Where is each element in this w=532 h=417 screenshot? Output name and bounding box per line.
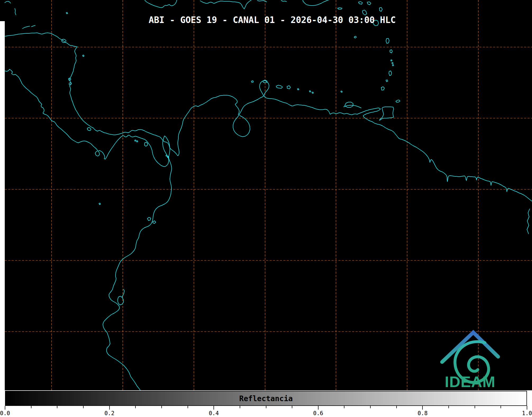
colorbar-minor-tick — [292, 406, 292, 408]
figure-left-margin — [0, 21, 5, 390]
coiba-island — [144, 142, 148, 146]
image-title: ABI - GOES 19 - CANAL 01 - 2026-04-30 03… — [149, 15, 396, 25]
los-roques-islets-west — [276, 85, 283, 88]
barbados-island — [354, 36, 356, 38]
caratasca-lagoon — [62, 39, 66, 43]
colorbar-minor-tick — [475, 406, 475, 408]
colorbar-tick-label: 0.4 — [209, 410, 219, 416]
colorbar-minor-tick — [83, 406, 84, 408]
guayaquil-estuary-hook — [122, 289, 124, 297]
colorbar-minor-tick — [161, 406, 162, 408]
colorbar-minor-tick — [188, 406, 188, 408]
colorbar-title: Reflectancia — [239, 394, 293, 403]
hispaniola-south-coast — [200, 0, 251, 9]
chiriqui-islet-1 — [135, 140, 136, 141]
satellite-map-canvas: IDEAM — [0, 0, 532, 417]
colorbar-minor-tick — [396, 406, 397, 408]
guadeloupe-islet-east — [367, 2, 371, 5]
chiriqui-islet-2 — [137, 141, 138, 142]
gorgona-island — [99, 203, 101, 205]
guadeloupe-islet-west — [358, 2, 362, 4]
pacific-coast — [0, 69, 172, 390]
st-vincent-island — [390, 50, 392, 53]
colorbar-minor-tick — [31, 406, 31, 408]
colorbar-major-tick — [422, 406, 423, 410]
antilles-islet-chain-piece — [381, 87, 384, 90]
st-lucia-island — [386, 38, 389, 43]
honduras-bay-island-guanaja — [31, 25, 35, 27]
mona-fragment — [281, 1, 287, 2]
margarita-island — [345, 102, 353, 107]
satellite-image-viewer: { "title": { "text": "ABI - GOES 19 - CA… — [0, 0, 532, 417]
colorbar-major-tick — [318, 406, 319, 410]
colorbar-tick-label: 0.8 — [417, 410, 428, 416]
colorbar-minor-tick — [266, 406, 266, 408]
pacific-islet-1 — [147, 217, 151, 221]
ideam-roof-icon — [442, 332, 498, 362]
colorbar-panel: Reflectancia 0.00.20.40.60.81.0 — [0, 390, 532, 417]
antilles-islet-south — [386, 80, 388, 82]
bocas-lagoon — [87, 127, 91, 131]
venezuela-islet-3 — [341, 91, 342, 92]
honduras-bay-island-roatan — [22, 26, 30, 29]
grenadines-islet-3 — [392, 65, 394, 66]
belize-edge-fragment — [15, 8, 16, 15]
venezuela-islet-2 — [312, 92, 313, 93]
grenada-island — [389, 71, 392, 76]
colorbar-tick-label: 0.2 — [104, 410, 115, 416]
colorbar-tick-label: 1.0 — [522, 410, 532, 416]
ideam-logo-text: IDEAM — [445, 373, 495, 390]
grenadines-islet-1 — [391, 60, 392, 61]
providencia-island — [83, 55, 84, 57]
colorbar-major-tick — [213, 406, 214, 410]
colorbar-minor-tick — [135, 406, 136, 408]
grenadines-islet-2 — [392, 62, 393, 64]
dominica-island — [362, 10, 367, 15]
latlon-gridlines — [5, 0, 532, 390]
brazil-right-edge-fragment — [527, 209, 530, 234]
colorbar-minor-tick — [240, 406, 240, 408]
puerto-rico-south-coast — [303, 0, 329, 6]
pacific-islet-2 — [153, 221, 156, 223]
colorbar-tick-label: 0.0 — [0, 410, 10, 416]
tobago-island — [396, 100, 400, 102]
cayman-islet — [66, 12, 68, 14]
jamaica-coast — [145, 0, 177, 8]
los-roques-islets-east — [287, 86, 290, 89]
colorbar-tick-label: 0.6 — [313, 410, 323, 416]
venezuela-islet-1 — [309, 91, 311, 92]
pearl-islet-1 — [166, 155, 167, 156]
la-blanquilla-islet — [297, 89, 299, 90]
martinique-east-islet — [379, 7, 382, 11]
colorbar-major-tick — [109, 406, 110, 410]
colorbar-minor-tick — [57, 406, 57, 408]
colorbar-minor-tick — [370, 406, 371, 408]
colorbar-minor-tick — [344, 406, 344, 408]
colorbar-minor-tick — [501, 406, 501, 408]
top-left-coast-fragment — [5, 1, 11, 3]
caribbean-central-south-america-coast — [0, 33, 532, 201]
colorbar-major-tick — [527, 406, 527, 410]
ideam-logo: IDEAM — [442, 332, 498, 390]
vieques-island — [338, 8, 342, 9]
aruba-island — [251, 81, 253, 83]
colorbar-minor-tick — [448, 406, 449, 408]
colorbar-major-tick — [5, 406, 5, 410]
